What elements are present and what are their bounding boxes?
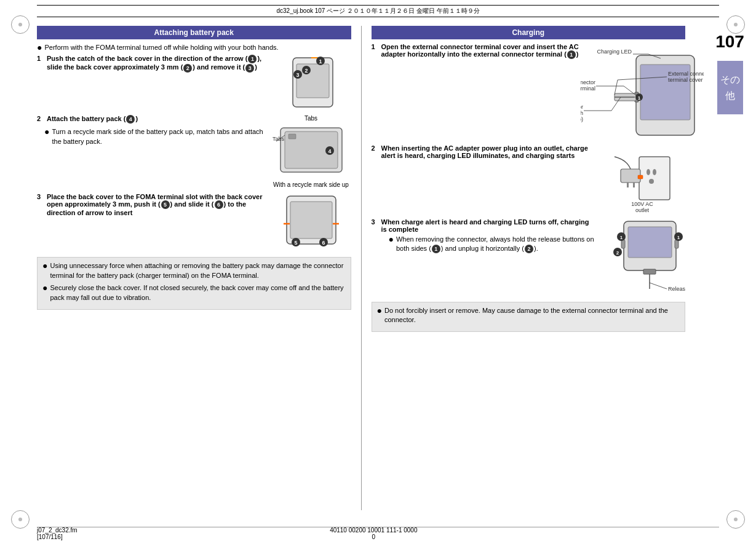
step3-diagram: 1 1 2 Release buttons [599,218,685,292]
svg-text:3: 3 [296,72,299,78]
svg-text:Charging LED: Charging LED [597,49,632,55]
svg-text:2: 2 [304,68,308,74]
svg-text:1: 1 [620,235,623,240]
svg-text:2: 2 [616,250,619,256]
svg-text:External connector: External connector [668,71,704,77]
japanese-tab: その他 [717,61,743,114]
bottom-left2: [107/116] [37,534,78,540]
right-sidebar: 107 その他 [713,26,747,510]
left-section-header: Attaching battery pack [37,26,351,39]
svg-rect-50 [638,175,643,179]
svg-text:Release buttons: Release buttons [668,286,685,292]
svg-text:(Turn the side with: (Turn the side with [581,110,583,116]
left-warning-box: ● Using unnecessary force when attaching… [37,257,351,310]
left-step3: 3 Place the back cover to the FOMA termi… [37,193,351,248]
svg-text:5: 5 [294,240,297,246]
svg-text:Connector: Connector [581,104,583,110]
svg-text:1: 1 [319,58,322,65]
svg-point-45 [653,169,656,175]
svg-text:terminal cover: terminal cover [668,77,703,83]
svg-rect-1 [296,64,329,98]
svg-text:outlet: outlet [635,207,650,212]
left-step2: 2 Attach the battery pack (4) ● Turn a r… [37,115,351,188]
page-number: 107 [715,32,744,52]
step2-diagram: 100V AC outlet [602,144,682,212]
svg-text:6: 6 [322,240,325,246]
step1-image: 1 3 2 [274,55,348,110]
column-divider [361,26,362,510]
svg-text:External connector: External connector [581,79,595,85]
reg-mark-bl [11,510,30,529]
svg-text:terminal: terminal [581,85,595,92]
step1-diagram: Charging LED External connector terminal… [581,43,704,138]
right-step3: 3 When charge alert is heard and chargin… [372,218,686,292]
svg-text:100V AC: 100V AC [631,201,653,207]
svg-rect-49 [633,183,635,187]
reg-mark-br [726,510,745,529]
svg-text:4: 4 [328,148,331,154]
bottom-center: 40110 00200 10001 111-1 0000 [330,527,417,534]
svg-text:1: 1 [638,95,641,101]
svg-point-46 [649,179,654,184]
svg-point-44 [647,169,650,175]
bottom-left: j07_2_dc32.fm [37,527,78,534]
svg-text:the arrows up): the arrows up) [581,116,583,122]
svg-text:1: 1 [677,235,680,240]
left-step1: 1 Push the catch of the back cover in th… [37,55,351,110]
right-step2: 2 When inserting the AC adapter power pl… [372,144,686,212]
svg-rect-47 [621,169,640,183]
right-caution-box: ● Do not forcibly insert or remove. May … [372,302,686,332]
svg-text:Tabs: Tabs [273,136,285,142]
page: dc32_uj.book 107 ページ ２０１０年１１月２６日 金曜日 午前１… [0,0,756,544]
svg-rect-10 [288,134,296,139]
svg-rect-16 [290,202,332,238]
svg-rect-56 [675,240,678,248]
svg-rect-43 [639,157,670,200]
step2-image: Tabs 4 [271,123,351,181]
bottom-bar: j07_2_dc32.fm [107/116] 40110 00200 1000… [37,527,719,539]
step3-image: 5 6 [274,193,348,248]
svg-rect-48 [627,183,629,187]
top-bar-text: dc32_uj.book 107 ページ ２０１０年１１月２６日 金曜日 午前１… [276,7,479,15]
svg-rect-54 [628,227,672,258]
svg-rect-57 [643,269,656,274]
reg-mark-tl [11,15,30,34]
top-bar: dc32_uj.book 107 ページ ２０１０年１１月２６日 金曜日 午前１… [37,5,719,17]
right-section-header: Charging [372,26,686,39]
left-column: Attaching battery pack ● Perform with th… [37,26,351,510]
svg-rect-55 [621,240,625,248]
intro-bullet: ● Perform with the FOMA terminal turned … [37,43,351,52]
bottom-center2: 0 [330,534,417,540]
svg-line-39 [615,80,618,95]
right-column: Charging 1 Open the external connector t… [372,26,686,510]
right-step1: 1 Open the external connector terminal c… [372,43,686,138]
svg-line-64 [650,283,667,289]
